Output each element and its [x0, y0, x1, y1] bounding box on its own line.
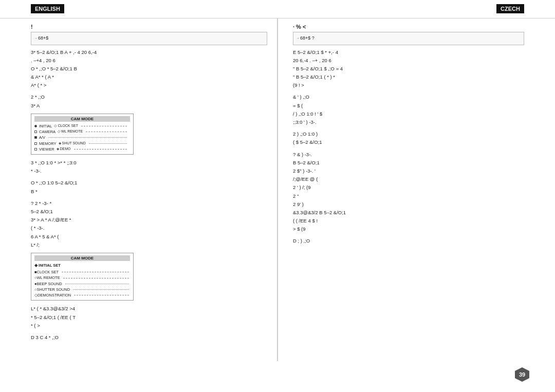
left-line-16: 6 A * 5 & A* (	[31, 233, 267, 240]
cam-mode-title-1: CAM MODE	[34, 116, 130, 122]
left-intro-box: · 68+$	[31, 32, 267, 45]
cam-mode-item-3: A/V	[34, 135, 130, 140]
item-shutter: ○SHUTTER SOUND	[34, 287, 70, 292]
right-line-6: & ' ) ,;O	[293, 93, 524, 101]
right-text-block-1: E 5–2 &/O;1 $ * +,- 4 20 6,-4 . –+ , 20 …	[293, 48, 524, 89]
cam-label-initial: INITIAL	[39, 123, 52, 129]
right-line-16: 2 ' ) /; (9	[293, 183, 524, 191]
cam-mode-item-1: INITIAL ◇ CLOCK SET	[34, 123, 130, 129]
left-line-15: ( * -3-.	[31, 224, 267, 232]
right-line-13: B 5–2 &/O;1	[293, 159, 524, 166]
left-line-14: 3* > A * A /;@/EE *	[31, 216, 267, 223]
cam-mode-item-6: ■CLOCK SET	[34, 269, 130, 275]
dots-2	[89, 143, 127, 144]
cam-mode-item-7: ○WL REMOTE	[34, 275, 130, 281]
left-text-block-3: 3 * ,;O 1:0 * >* * ;;3:0 * -3-.	[31, 159, 267, 175]
dots-4	[73, 289, 129, 290]
radio-dot-1	[34, 125, 37, 127]
cam-mode-item-9: ○SHUTTER SOUND	[34, 287, 130, 292]
right-section-title: · % <	[293, 24, 524, 30]
content-area: ! · 68+$ 3* 5–2 &/O;1 B A + ,- 4 20 6,-4…	[0, 18, 555, 392]
right-text-block-4: ? & ) -3-. B 5–2 &/O;1 2 $" ) -3-. ' /;@…	[293, 151, 524, 233]
right-line-5: (9 ! >	[293, 81, 524, 89]
dashes-4	[62, 272, 129, 272]
right-text-block-5: D ; ) ,;O	[293, 237, 524, 245]
cam-sub-wl: ◇ WL REMOTE	[58, 129, 83, 135]
left-line-4: & A* * ( A *	[31, 73, 267, 81]
right-line-14: 2 $" ) -3-. '	[293, 167, 524, 175]
item-wl-remote: ○WL REMOTE	[34, 275, 60, 281]
left-line-9: * -3-.	[31, 167, 267, 175]
czech-badge: CZECH	[496, 4, 524, 13]
left-text-block-5: ? 2 * -3- * 5–2 &/O;1 3* > A * A /;@/EE …	[31, 199, 267, 249]
header-bar: ENGLISH CZECH	[0, 0, 555, 18]
right-line-1: E 5–2 &/O;1 $ * +,- 4	[293, 48, 524, 56]
right-column: · % < · 68+$ ? E 5–2 &/O;1 $ * +,- 4 20 …	[278, 18, 534, 392]
left-line-6: 2 * ,;O	[31, 93, 267, 101]
cam-mode-item-5: VIEWER ◈ DEMO	[34, 146, 130, 152]
dashes-3	[74, 149, 127, 150]
cam-sub-shut: ◈ SHUT SOUND	[59, 141, 86, 146]
right-line-10: 2 ) ,;O 1:0 )	[293, 130, 524, 138]
left-line-1: 3* 5–2 &/O;1 B A + ,- 4 20 6,-4	[31, 48, 267, 56]
cam-sub-clock: ◇ CLOCK SET	[54, 123, 78, 129]
cam-mode-sub-title: ◈ INITIAL SET	[34, 263, 130, 268]
sq-viewer	[34, 148, 37, 151]
right-line-4: " B 5–2 &/O;1 ( * ) *	[293, 73, 524, 81]
cam-label-camera: CAMERA	[39, 129, 55, 135]
left-line-7: 3* A	[31, 102, 267, 109]
cam-mode-box-2: CAM MODE ◈ INITIAL SET ■CLOCK SET ○WL RE…	[31, 253, 134, 301]
left-line-18: L* ( * &3.3@&3/2 >4	[31, 305, 267, 312]
cam-mode-item-2: CAMERA ◇ WL REMOTE	[34, 129, 130, 135]
right-line-17: 2 "	[293, 192, 524, 200]
right-line-20: ( ( /EE 4 $ !	[293, 217, 524, 225]
english-badge: ENGLISH	[31, 4, 64, 13]
right-line-3: " B 5–2 &/O;1 $ ,;O = 4	[293, 65, 524, 72]
cam-sub-demo: ◈ DEMO	[57, 146, 71, 152]
right-line-9: ;;3:0 ' ) -3-.	[293, 118, 524, 126]
left-line-19: * 5–2 &/O;1 ( /EE ( T	[31, 313, 267, 321]
right-line-21: > $ (9	[293, 225, 524, 233]
right-line-12: ? & ) -3-.	[293, 151, 524, 158]
item-demo: ◇DEMONSTRATION	[34, 292, 71, 298]
right-line-7: = $ (	[293, 102, 524, 109]
left-line-20: * ( >	[31, 322, 267, 329]
page-container: ENGLISH CZECH ! · 68+$ 3* 5–2 &/O;1 B A …	[0, 0, 555, 392]
left-line-17: L* /;	[31, 241, 267, 249]
item-beep: ●BEEP SOUND	[34, 281, 62, 287]
left-text-block-7: D 3 C 4 * ,;O	[31, 333, 267, 341]
cam-mode-item-4: MEMORY ◈ SHUT SOUND	[34, 141, 130, 146]
dashes-2	[86, 132, 127, 132]
right-line-22: D ; ) ,;O	[293, 237, 524, 245]
dashes-6	[74, 295, 129, 295]
left-line-2: . –+4 , 20 6	[31, 57, 267, 64]
left-line-5: A* ( * >	[31, 81, 267, 89]
left-column: ! · 68+$ 3* 5–2 &/O;1 B A + ,- 4 20 6,-4…	[21, 18, 278, 392]
left-section-title: !	[31, 24, 267, 30]
dots-1	[48, 137, 127, 138]
right-intro-box: · 68+$ ?	[293, 32, 524, 45]
cam-mode-item-10: ◇DEMONSTRATION	[34, 292, 130, 298]
sq-camera	[34, 130, 37, 133]
left-title-symbol: !	[31, 24, 33, 30]
item-clock-set: ■CLOCK SET	[34, 269, 59, 275]
left-line-13: 5–2 &/O;1	[31, 208, 267, 215]
right-text-block-2: & ' ) ,;O = $ ( / ) ,;O 1:0 ! ' $ ;;3:0 …	[293, 93, 524, 126]
left-text-block-1: 3* 5–2 &/O;1 B A + ,- 4 20 6,-4 . –+4 , …	[31, 48, 267, 89]
left-line-11: B *	[31, 188, 267, 195]
right-line-19: &3.3@&3/2 B 5–2 &/O;1	[293, 209, 524, 216]
cam-label-memory: MEMORY	[39, 141, 57, 146]
left-text-block-6: L* ( * &3.3@&3/2 >4 * 5–2 &/O;1 ( /EE ( …	[31, 305, 267, 329]
right-line-15: /;@/EE @ (	[293, 175, 524, 183]
right-line-18: 2 9' )	[293, 200, 524, 208]
cam-mode-box-1: CAM MODE INITIAL ◇ CLOCK SET CAMERA ◇ WL…	[31, 114, 134, 155]
left-intro-text: · 68+$	[35, 35, 48, 41]
left-line-12: ? 2 * -3- *	[31, 199, 267, 207]
left-line-3: O * ,;O * 5–2 &/O;1 B	[31, 65, 267, 72]
left-text-block-4: O * ,;O 1:0 5–2 &/O;1 B *	[31, 179, 267, 195]
left-line-8: 3 * ,;O 1:0 * >* * ;;3:0	[31, 159, 267, 166]
right-line-8: / ) ,;O 1:0 ! ' $	[293, 110, 524, 118]
dashes-1	[81, 126, 127, 126]
left-line-21: D 3 C 4 * ,;O	[31, 333, 267, 341]
right-text-block-3: 2 ) ,;O 1:0 ) ( $ 5–2 &/O;1	[293, 130, 524, 146]
